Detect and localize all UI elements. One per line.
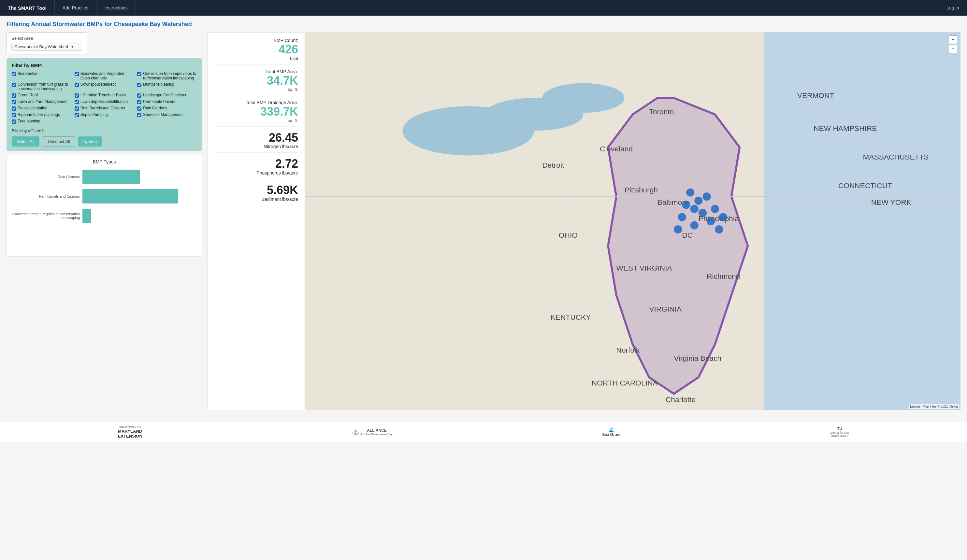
bmp-label: Bioswales and Vegetated Open channels	[81, 71, 134, 81]
bmp-count-value: 426	[214, 43, 298, 56]
bmp-checkbox[interactable]	[137, 72, 141, 76]
bmp-item: Lawn depression/infiltration	[74, 99, 134, 104]
chart-bar-label: Rain Barrels and Cisterns	[11, 194, 83, 198]
bmp-label: Riparian buffer plantings	[18, 112, 60, 117]
drainage-area-label: Total BMP Drainage Area:	[214, 100, 298, 105]
page-title: Filtering Annual Stormwater BMPs for Che…	[7, 21, 960, 28]
chart-bar	[83, 209, 91, 223]
svg-point-22	[694, 197, 703, 205]
map-svg: Detroit Cleveland Pittsburgh Philadelphi…	[305, 32, 960, 410]
svg-text:OHIO: OHIO	[559, 231, 578, 239]
main-layout: Select Area Chesapeake Bay Watershed ▼ F…	[7, 32, 960, 410]
svg-point-28	[711, 205, 719, 213]
bmp-item: Permeable Pavers	[137, 99, 197, 104]
bmp-item: Tree planting	[12, 119, 71, 124]
chart-bar-row: Rain Gardens	[11, 168, 198, 186]
svg-point-24	[690, 205, 698, 213]
right-panel: BMP Count: 426 Total Total BMP Area: 34.…	[207, 32, 960, 410]
filter-title: Filter by BMP:	[12, 63, 197, 68]
bmp-label: Infiltration Trench or Basin	[81, 93, 126, 97]
stat-bmp-count: BMP Count: 426 Total	[214, 38, 298, 64]
bmp-checkbox[interactable]	[137, 100, 141, 104]
chevron-down-icon: ▼	[71, 45, 74, 48]
bmp-checkbox[interactable]	[137, 107, 141, 111]
total-bmp-area-sub: sq. ft.	[214, 87, 298, 92]
chart-bar	[83, 189, 178, 204]
total-bmp-area-label: Total BMP Area:	[214, 69, 298, 74]
bmp-label: Shoreline Management	[143, 112, 183, 117]
chart-bar-row: Conversion from turf grass to conservati…	[11, 207, 198, 225]
bmp-checkbox[interactable]	[12, 113, 16, 117]
nav-instructions[interactable]: Instructions	[96, 0, 136, 16]
svg-text:Pittsburgh: Pittsburgh	[625, 186, 658, 194]
bmp-label: Septic Pumping	[81, 112, 108, 117]
stat-drainage-area: Total BMP Drainage Area: 339.7K sq. ft.	[214, 100, 298, 127]
bmp-item: Septic Pumping	[74, 112, 134, 117]
svg-point-30	[719, 213, 727, 221]
stat-phosphorus: 2.72 Phosphorus lbs/acre	[214, 157, 298, 179]
bmp-label: Conversion from impervious to turf/conse…	[143, 71, 197, 81]
bmp-checkbox[interactable]	[12, 72, 16, 76]
select-all-button[interactable]: Select All	[12, 137, 40, 147]
bmp-item: Infiltration Trench or Basin	[74, 93, 134, 98]
bmp-label: Landscape Certifications	[143, 93, 186, 97]
bmp-label: Bioretention	[18, 71, 38, 76]
bmp-count-label: BMP Count:	[214, 38, 298, 43]
bmp-label: Lawn and Yard Management	[18, 99, 68, 104]
footer-logo-alliance: ⚓ ALLIANCE for the Chesapeake Bay	[352, 428, 393, 436]
bmp-checkbox[interactable]	[74, 72, 79, 76]
sediment-label: Sediment lbs/acre	[214, 197, 298, 202]
bmp-item: Bioretention	[12, 71, 71, 81]
bmp-item: Rain Barrels and Cisterns	[74, 106, 134, 111]
svg-point-21	[686, 188, 694, 196]
phosphorus-label: Phosphorus lbs/acre	[214, 170, 298, 176]
bmp-label: Green Roof	[18, 93, 38, 97]
bmp-checkbox[interactable]	[74, 107, 79, 111]
update-button[interactable]: Update	[78, 137, 102, 147]
bmp-checkbox[interactable]	[12, 107, 16, 111]
nitrogen-value: 26.45	[214, 131, 298, 144]
navbar: The SMART Tool Add Practice Instructions…	[0, 0, 967, 16]
nav-brand[interactable]: The SMART Tool	[0, 0, 55, 16]
bmp-checkbox[interactable]	[137, 113, 141, 117]
svg-text:Charlotte: Charlotte	[666, 395, 696, 404]
bmp-checkbox[interactable]	[74, 113, 79, 117]
bmp-label: Rain Gardens	[143, 106, 167, 110]
map-attribution: Leaflet | Map Tiles © 2021 HERE	[909, 404, 959, 409]
nav-login[interactable]: Log In	[939, 0, 967, 16]
bmp-checkbox[interactable]	[74, 94, 79, 98]
map-zoom-in-button[interactable]: +	[949, 36, 957, 44]
bmp-checkbox[interactable]	[12, 120, 16, 124]
map-zoom-out-button[interactable]: −	[949, 44, 957, 53]
select-area-dropdown[interactable]: Chesapeake Bay Watershed ▼	[12, 43, 82, 51]
svg-point-32	[690, 221, 698, 229]
svg-text:NEW HAMPSHIRE: NEW HAMPSHIRE	[814, 124, 877, 132]
filter-buttons: Select All Unselect All Update	[12, 137, 197, 147]
bmp-checkbox[interactable]	[137, 94, 141, 98]
bmp-label: Dumpsite cleanup	[143, 82, 174, 87]
bmp-label: Lawn depression/infiltration	[81, 99, 128, 104]
filter-affiliate-label: Filter by affiliate?	[12, 128, 197, 133]
select-area-value: Chesapeake Bay Watershed	[14, 44, 68, 49]
chart-bar	[83, 170, 140, 184]
bmp-checkbox[interactable]	[74, 83, 79, 87]
bmp-checkbox[interactable]	[12, 94, 16, 98]
stats-map-row: BMP Count: 426 Total Total BMP Area: 34.…	[207, 32, 960, 410]
svg-text:Toronto: Toronto	[649, 107, 674, 116]
stat-sediment: 5.69K Sediment lbs/acre	[214, 184, 298, 205]
svg-text:DC: DC	[682, 231, 693, 239]
svg-point-26	[698, 209, 707, 217]
nav-add-practice[interactable]: Add Practice	[55, 0, 96, 16]
bmp-checkbox[interactable]	[74, 100, 79, 104]
svg-text:NORTH CAROLINA: NORTH CAROLINA	[592, 379, 658, 387]
map-panel[interactable]: Detroit Cleveland Pittsburgh Philadelphi…	[305, 32, 960, 410]
select-area-box: Select Area Chesapeake Bay Watershed ▼	[7, 32, 87, 54]
unselect-all-button[interactable]: Unselect All	[42, 137, 75, 147]
bmp-checkbox[interactable]	[12, 83, 16, 87]
bmp-checkbox[interactable]	[12, 100, 16, 104]
bmp-checkbox[interactable]	[137, 83, 141, 87]
svg-point-31	[674, 225, 682, 234]
bmp-label: Conversion from turf grass to conservati…	[18, 82, 71, 91]
bmp-item: Dumpsite cleanup	[137, 82, 197, 91]
footer: UNIVERSITY OF MARYLAND EXTENSION ⚓ ALLIA…	[0, 422, 967, 442]
